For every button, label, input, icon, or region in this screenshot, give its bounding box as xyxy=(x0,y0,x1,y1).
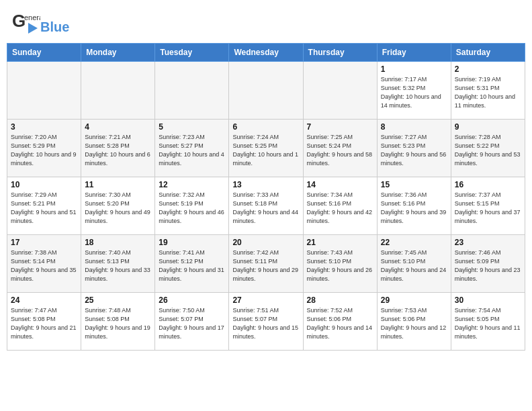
day-number: 3 xyxy=(11,122,77,132)
calendar-cell: 5Sunrise: 7:23 AM Sunset: 5:27 PM Daylig… xyxy=(155,120,229,177)
day-number: 20 xyxy=(232,238,299,247)
calendar-wrapper: Sunday Monday Tuesday Wednesday Thursday… xyxy=(0,43,532,355)
day-number: 13 xyxy=(232,180,299,189)
day-number: 11 xyxy=(85,180,151,189)
header-friday: Friday xyxy=(377,44,451,62)
calendar-cell: 18Sunrise: 7:40 AM Sunset: 5:13 PM Dayli… xyxy=(81,235,155,293)
calendar-cell: 4Sunrise: 7:21 AM Sunset: 5:28 PM Daylig… xyxy=(81,120,155,177)
calendar-cell: 27Sunrise: 7:51 AM Sunset: 5:07 PM Dayli… xyxy=(229,293,303,351)
day-number: 21 xyxy=(307,238,373,247)
day-info: Sunrise: 7:41 AM Sunset: 5:12 PM Dayligh… xyxy=(159,248,225,283)
day-number: 6 xyxy=(232,122,299,132)
day-info: Sunrise: 7:38 AM Sunset: 5:14 PM Dayligh… xyxy=(11,248,77,283)
day-number: 16 xyxy=(455,180,521,189)
header-saturday: Saturday xyxy=(451,44,525,62)
calendar-cell: 2Sunrise: 7:19 AM Sunset: 5:31 PM Daylig… xyxy=(451,62,525,120)
calendar-cell: 11Sunrise: 7:30 AM Sunset: 5:20 PM Dayli… xyxy=(81,177,155,235)
day-info: Sunrise: 7:36 AM Sunset: 5:16 PM Dayligh… xyxy=(381,191,447,226)
day-number: 1 xyxy=(381,64,447,74)
day-number: 14 xyxy=(307,180,373,189)
header-sunday: Sunday xyxy=(7,44,81,62)
day-info: Sunrise: 7:43 AM Sunset: 5:10 PM Dayligh… xyxy=(307,248,373,283)
calendar-cell: 15Sunrise: 7:36 AM Sunset: 5:16 PM Dayli… xyxy=(377,177,451,235)
day-number: 5 xyxy=(159,122,225,132)
day-number: 15 xyxy=(381,180,447,189)
header-monday: Monday xyxy=(81,44,155,62)
calendar-cell xyxy=(81,62,155,120)
calendar-cell: 8Sunrise: 7:27 AM Sunset: 5:23 PM Daylig… xyxy=(377,120,451,177)
calendar-cell: 30Sunrise: 7:54 AM Sunset: 5:05 PM Dayli… xyxy=(451,293,525,351)
day-number: 2 xyxy=(455,64,521,74)
day-number: 7 xyxy=(307,122,373,132)
calendar-cell: 14Sunrise: 7:34 AM Sunset: 5:16 PM Dayli… xyxy=(303,177,377,235)
day-info: Sunrise: 7:42 AM Sunset: 5:11 PM Dayligh… xyxy=(232,248,299,283)
calendar-cell: 23Sunrise: 7:46 AM Sunset: 5:09 PM Dayli… xyxy=(451,235,525,293)
calendar-cell: 28Sunrise: 7:52 AM Sunset: 5:06 PM Dayli… xyxy=(303,293,377,351)
day-number: 26 xyxy=(159,295,225,305)
day-info: Sunrise: 7:25 AM Sunset: 5:24 PM Dayligh… xyxy=(307,133,373,168)
day-number: 19 xyxy=(159,238,225,247)
calendar-cell: 24Sunrise: 7:47 AM Sunset: 5:08 PM Dayli… xyxy=(7,293,81,351)
logo: G eneral Blue xyxy=(12,9,69,38)
day-info: Sunrise: 7:52 AM Sunset: 5:06 PM Dayligh… xyxy=(307,306,373,341)
day-number: 24 xyxy=(11,295,77,305)
calendar-table: Sunday Monday Tuesday Wednesday Thursday… xyxy=(7,43,525,351)
day-info: Sunrise: 7:40 AM Sunset: 5:13 PM Dayligh… xyxy=(85,248,151,283)
day-info: Sunrise: 7:34 AM Sunset: 5:16 PM Dayligh… xyxy=(307,191,373,226)
day-info: Sunrise: 7:20 AM Sunset: 5:29 PM Dayligh… xyxy=(11,133,77,168)
day-info: Sunrise: 7:32 AM Sunset: 5:19 PM Dayligh… xyxy=(159,191,225,226)
day-number: 29 xyxy=(381,295,447,305)
day-number: 23 xyxy=(455,238,521,247)
svg-marker-2 xyxy=(28,23,38,34)
calendar-cell: 9Sunrise: 7:28 AM Sunset: 5:22 PM Daylig… xyxy=(451,120,525,177)
day-info: Sunrise: 7:48 AM Sunset: 5:08 PM Dayligh… xyxy=(85,306,151,341)
calendar-cell: 20Sunrise: 7:42 AM Sunset: 5:11 PM Dayli… xyxy=(229,235,303,293)
calendar-cell: 3Sunrise: 7:20 AM Sunset: 5:29 PM Daylig… xyxy=(7,120,81,177)
day-info: Sunrise: 7:47 AM Sunset: 5:08 PM Dayligh… xyxy=(11,306,77,341)
day-info: Sunrise: 7:51 AM Sunset: 5:07 PM Dayligh… xyxy=(232,306,299,341)
day-info: Sunrise: 7:23 AM Sunset: 5:27 PM Dayligh… xyxy=(159,133,225,168)
svg-text:eneral: eneral xyxy=(24,13,40,21)
calendar-cell: 1Sunrise: 7:17 AM Sunset: 5:32 PM Daylig… xyxy=(377,62,451,120)
header-thursday: Thursday xyxy=(303,44,377,62)
calendar-cell: 21Sunrise: 7:43 AM Sunset: 5:10 PM Dayli… xyxy=(303,235,377,293)
calendar-cell: 26Sunrise: 7:50 AM Sunset: 5:07 PM Dayli… xyxy=(155,293,229,351)
calendar-cell xyxy=(229,62,303,120)
calendar-cell: 17Sunrise: 7:38 AM Sunset: 5:14 PM Dayli… xyxy=(7,235,81,293)
day-info: Sunrise: 7:50 AM Sunset: 5:07 PM Dayligh… xyxy=(159,306,225,341)
calendar-cell: 10Sunrise: 7:29 AM Sunset: 5:21 PM Dayli… xyxy=(7,177,81,235)
day-info: Sunrise: 7:54 AM Sunset: 5:05 PM Dayligh… xyxy=(455,306,521,341)
day-info: Sunrise: 7:29 AM Sunset: 5:21 PM Dayligh… xyxy=(11,191,77,226)
day-number: 28 xyxy=(307,295,373,305)
day-info: Sunrise: 7:24 AM Sunset: 5:25 PM Dayligh… xyxy=(232,133,299,168)
day-number: 4 xyxy=(85,122,151,132)
calendar-cell xyxy=(303,62,377,120)
day-info: Sunrise: 7:30 AM Sunset: 5:20 PM Dayligh… xyxy=(85,191,151,226)
day-number: 10 xyxy=(11,180,77,189)
calendar-cell: 13Sunrise: 7:33 AM Sunset: 5:18 PM Dayli… xyxy=(229,177,303,235)
day-number: 22 xyxy=(381,238,447,247)
day-number: 9 xyxy=(455,122,521,132)
calendar-cell: 22Sunrise: 7:45 AM Sunset: 5:10 PM Dayli… xyxy=(377,235,451,293)
day-number: 25 xyxy=(85,295,151,305)
logo-blue: Blue xyxy=(40,19,69,35)
calendar-cell: 7Sunrise: 7:25 AM Sunset: 5:24 PM Daylig… xyxy=(303,120,377,177)
header-tuesday: Tuesday xyxy=(155,44,229,62)
calendar-cell xyxy=(155,62,229,120)
day-number: 18 xyxy=(85,238,151,247)
day-number: 17 xyxy=(11,238,77,247)
day-info: Sunrise: 7:53 AM Sunset: 5:06 PM Dayligh… xyxy=(381,306,447,341)
day-info: Sunrise: 7:33 AM Sunset: 5:18 PM Dayligh… xyxy=(232,191,299,226)
day-info: Sunrise: 7:27 AM Sunset: 5:23 PM Dayligh… xyxy=(381,133,447,168)
day-number: 30 xyxy=(455,295,521,305)
day-number: 8 xyxy=(381,122,447,132)
weekday-header-row: Sunday Monday Tuesday Wednesday Thursday… xyxy=(7,44,525,62)
day-number: 12 xyxy=(159,180,225,189)
calendar-cell: 16Sunrise: 7:37 AM Sunset: 5:15 PM Dayli… xyxy=(451,177,525,235)
day-info: Sunrise: 7:37 AM Sunset: 5:15 PM Dayligh… xyxy=(455,191,521,226)
day-info: Sunrise: 7:45 AM Sunset: 5:10 PM Dayligh… xyxy=(381,248,447,283)
day-number: 27 xyxy=(232,295,299,305)
day-info: Sunrise: 7:28 AM Sunset: 5:22 PM Dayligh… xyxy=(455,133,521,168)
calendar-cell: 12Sunrise: 7:32 AM Sunset: 5:19 PM Dayli… xyxy=(155,177,229,235)
day-info: Sunrise: 7:19 AM Sunset: 5:31 PM Dayligh… xyxy=(455,75,521,110)
